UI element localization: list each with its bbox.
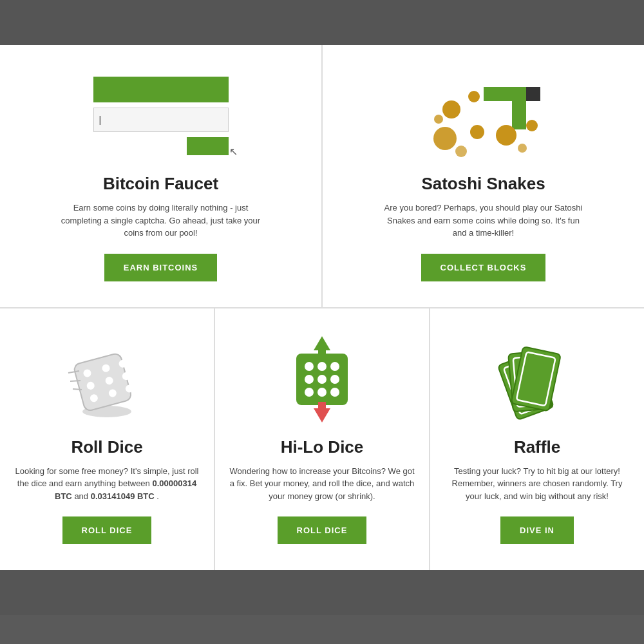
svg-rect-4 (512, 115, 526, 129)
roll-dice-title: Roll Dice (71, 437, 142, 457)
svg-point-35 (330, 375, 339, 384)
cursor-arrow-icon: ↖ (229, 146, 238, 158)
top-row: | ↖ Bitcoin Faucet Earn some coins by do… (0, 45, 644, 308)
faucet-green-bar (93, 77, 229, 102)
faucet-icon: | ↖ (93, 64, 229, 167)
svg-point-11 (526, 120, 538, 131)
svg-rect-1 (498, 87, 512, 101)
faucet-submit-btn[interactable]: ↖ (187, 137, 229, 155)
hilo-dice-panel: Hi-Lo Dice Wondering how to increase you… (215, 308, 430, 571)
svg-rect-42 (318, 402, 326, 410)
bottom-bar (0, 570, 644, 615)
svg-rect-2 (512, 87, 526, 101)
collect-blocks-button[interactable]: COLLECT BLOCKS (421, 254, 546, 281)
faucet-description: Earn some coins by doing literally nothi… (58, 202, 264, 240)
svg-point-9 (470, 125, 484, 139)
raffle-panel: Raffle Testing your luck? Try to hit big… (430, 308, 644, 571)
svg-point-37 (317, 388, 327, 397)
raffle-icon (495, 328, 579, 431)
snakes-icon (413, 64, 554, 167)
snakes-svg (413, 68, 554, 164)
faucet-panel: | ↖ Bitcoin Faucet Earn some coins by do… (0, 45, 323, 307)
svg-point-32 (330, 362, 339, 371)
roll-dice-icon (65, 328, 149, 431)
svg-point-13 (434, 115, 443, 124)
roll-dice-button[interactable]: ROLL DICE (62, 516, 152, 544)
hilo-dice-svg (280, 331, 364, 428)
svg-point-33 (305, 375, 314, 384)
roll-dice-panel: Roll Dice Looking for some free money? I… (0, 308, 215, 571)
svg-point-10 (496, 125, 516, 146)
snakes-panel: Satoshi Snakes Are you bored? Perhaps, y… (323, 45, 644, 307)
raffle-svg (495, 337, 579, 421)
raffle-description: Testing your luck? Try to hit big at our… (443, 465, 631, 503)
svg-rect-40 (318, 349, 326, 357)
roll-dice-svg (65, 337, 149, 421)
roll-dice-description: Looking for some free money? It's simple… (13, 465, 201, 503)
hilo-dice-icon (280, 328, 364, 431)
svg-point-14 (518, 144, 527, 153)
snakes-description: Are you bored? Perhaps, you should play … (381, 202, 587, 240)
svg-point-38 (330, 388, 339, 397)
faucet-title: Bitcoin Faucet (103, 174, 218, 194)
hilo-dice-title: Hi-Lo Dice (281, 437, 364, 457)
svg-point-31 (317, 362, 327, 371)
svg-rect-5 (526, 87, 540, 101)
snakes-title: Satoshi Snakes (421, 174, 545, 194)
svg-line-28 (73, 389, 82, 390)
raffle-title: Raffle (514, 437, 560, 457)
svg-point-30 (305, 362, 314, 371)
bottom-row: Roll Dice Looking for some free money? I… (0, 308, 644, 571)
svg-point-12 (455, 146, 467, 157)
hilo-roll-dice-button[interactable]: ROLL DICE (278, 516, 367, 544)
svg-point-6 (442, 100, 460, 118)
svg-rect-0 (484, 87, 498, 101)
svg-marker-39 (314, 336, 330, 350)
svg-line-27 (70, 381, 80, 381)
earn-bitcoins-button[interactable]: EARN BITCOINS (104, 254, 218, 281)
svg-point-34 (317, 375, 327, 384)
hilo-dice-description: Wondering how to increase your Bitcoins?… (228, 465, 416, 503)
faucet-input-field[interactable]: | (93, 108, 229, 132)
dive-in-button[interactable]: DIVE IN (500, 516, 574, 544)
top-bar (0, 0, 644, 45)
svg-point-7 (468, 91, 480, 102)
svg-marker-41 (314, 408, 330, 422)
svg-point-8 (433, 127, 457, 150)
svg-rect-3 (512, 101, 526, 115)
main-content: | ↖ Bitcoin Faucet Earn some coins by do… (0, 45, 644, 570)
svg-point-36 (305, 388, 314, 397)
